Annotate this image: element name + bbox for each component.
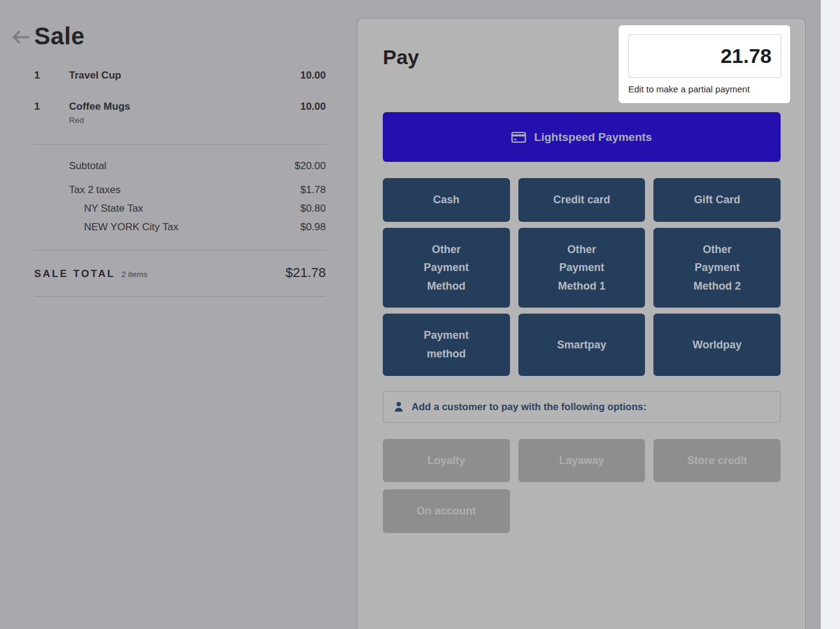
credit-card-icon xyxy=(511,131,526,143)
payment-methods-grid: Cash Credit card Gift Card Other Payment… xyxy=(383,178,781,376)
line-item-variant: Red xyxy=(69,116,300,125)
lightspeed-payments-label: Lightspeed Payments xyxy=(534,131,652,144)
payment-amount-input[interactable] xyxy=(628,34,781,78)
loyalty-button[interactable]: Loyalty xyxy=(383,439,510,483)
line-item-qty: 1 xyxy=(34,101,69,113)
subtotal-amount: $20.00 xyxy=(295,160,326,172)
credit-card-button[interactable]: Credit card xyxy=(518,178,646,222)
line-item-qty: 1 xyxy=(34,70,69,82)
sale-total-item-count: 2 items xyxy=(121,270,148,279)
worldpay-button[interactable]: Worldpay xyxy=(653,314,781,375)
tax-label: Tax 2 taxes xyxy=(34,184,121,196)
line-item[interactable]: 1 Coffee Mugs Red 10.00 xyxy=(34,101,326,125)
other-payment-method-2-button[interactable]: Other Payment Method 2 xyxy=(653,228,781,308)
on-account-button[interactable]: On account xyxy=(383,489,510,533)
pay-panel: Pay Lightspeed Payments Cash Credit card… xyxy=(357,18,806,629)
back-arrow-icon[interactable] xyxy=(11,28,30,47)
tax-line-amount: $0.80 xyxy=(300,203,326,215)
divider xyxy=(34,144,326,145)
payment-method-button[interactable]: Payment method xyxy=(383,314,510,375)
dimmed-app-overlay: Sale 1 Travel Cup 10.00 1 Coffee Mugs Re… xyxy=(0,0,821,629)
tax-line-row: NY State Tax $0.80 xyxy=(34,203,326,215)
subtotal-label: Subtotal xyxy=(34,160,106,172)
tax-line-label: NY State Tax xyxy=(84,203,143,215)
page-title: Sale xyxy=(34,23,326,49)
person-icon xyxy=(394,402,403,412)
lightspeed-payments-button[interactable]: Lightspeed Payments xyxy=(383,112,781,162)
customer-payment-methods-grid: Loyalty Layaway Store credit On account xyxy=(383,439,781,533)
sale-line-items: 1 Travel Cup 10.00 1 Coffee Mugs Red 10.… xyxy=(34,70,326,125)
sale-summary-panel: Sale 1 Travel Cup 10.00 1 Coffee Mugs Re… xyxy=(0,0,357,629)
other-payment-method-1-button[interactable]: Other Payment Method 1 xyxy=(518,228,646,308)
amount-spotlight-box: Edit to make a partial payment xyxy=(619,25,790,103)
smartpay-button[interactable]: Smartpay xyxy=(518,314,646,375)
add-customer-prompt[interactable]: Add a customer to pay with the following… xyxy=(383,391,781,423)
totals-section: Subtotal $20.00 Tax 2 taxes $1.78 NY Sta… xyxy=(34,160,326,233)
divider xyxy=(34,250,326,251)
partial-payment-hint: Edit to make a partial payment xyxy=(628,84,781,94)
gift-card-button[interactable]: Gift Card xyxy=(653,178,781,222)
line-item[interactable]: 1 Travel Cup 10.00 xyxy=(34,70,326,82)
subtotal-row: Subtotal $20.00 xyxy=(34,160,326,172)
cash-button[interactable]: Cash xyxy=(383,178,510,222)
layaway-button[interactable]: Layaway xyxy=(518,439,646,483)
tax-amount: $1.78 xyxy=(300,184,326,196)
store-credit-button[interactable]: Store credit xyxy=(653,439,781,483)
line-item-name: Coffee Mugs xyxy=(69,101,300,113)
line-item-price: 10.00 xyxy=(300,70,326,82)
sale-total-amount: $21.78 xyxy=(286,265,326,281)
tax-row: Tax 2 taxes $1.78 xyxy=(34,184,326,196)
tax-line-amount: $0.98 xyxy=(300,221,326,233)
line-item-price: 10.00 xyxy=(300,101,326,113)
sale-total-row: SALE TOTAL 2 items $21.78 xyxy=(34,265,326,281)
line-item-name: Travel Cup xyxy=(69,70,300,82)
other-payment-method-button[interactable]: Other Payment Method xyxy=(383,228,510,308)
sale-total-label: SALE TOTAL xyxy=(34,268,115,280)
divider xyxy=(34,296,326,297)
add-customer-prompt-label: Add a customer to pay with the following… xyxy=(412,401,646,413)
tax-line-row: NEW YORK City Tax $0.98 xyxy=(34,221,326,233)
tax-line-label: NEW YORK City Tax xyxy=(84,221,178,233)
